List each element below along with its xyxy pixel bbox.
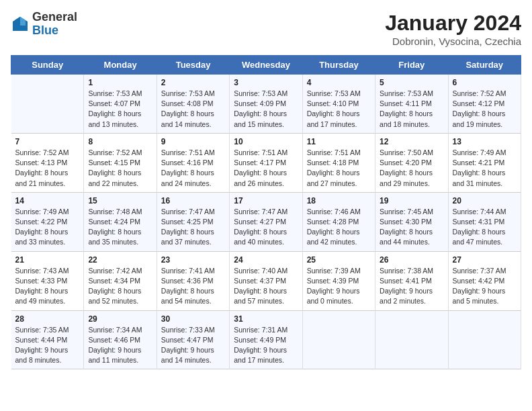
day-info: Sunrise: 7:42 AM Sunset: 4:34 PM Dayligh… bbox=[88, 266, 152, 307]
svg-marker-2 bbox=[15, 17, 20, 26]
day-number: 27 bbox=[453, 255, 517, 265]
calendar-cell: 23Sunrise: 7:41 AM Sunset: 4:36 PM Dayli… bbox=[157, 251, 229, 310]
calendar-cell: 26Sunrise: 7:38 AM Sunset: 4:41 PM Dayli… bbox=[375, 251, 448, 310]
calendar-cell: 21Sunrise: 7:43 AM Sunset: 4:33 PM Dayli… bbox=[11, 251, 84, 310]
calendar-cell: 31Sunrise: 7:31 AM Sunset: 4:49 PM Dayli… bbox=[230, 310, 302, 369]
day-number: 4 bbox=[307, 78, 371, 87]
calendar-cell bbox=[375, 310, 448, 369]
day-info: Sunrise: 7:38 AM Sunset: 4:41 PM Dayligh… bbox=[380, 266, 443, 307]
day-info: Sunrise: 7:52 AM Sunset: 4:15 PM Dayligh… bbox=[88, 148, 152, 189]
day-number: 20 bbox=[453, 196, 517, 205]
day-info: Sunrise: 7:53 AM Sunset: 4:10 PM Dayligh… bbox=[307, 89, 371, 130]
day-info: Sunrise: 7:45 AM Sunset: 4:30 PM Dayligh… bbox=[380, 207, 443, 248]
calendar-cell: 13Sunrise: 7:49 AM Sunset: 4:21 PM Dayli… bbox=[448, 133, 521, 192]
calendar-body: 1Sunrise: 7:53 AM Sunset: 4:07 PM Daylig… bbox=[11, 75, 521, 369]
header-day-sunday: Sunday bbox=[11, 56, 84, 75]
calendar-cell: 19Sunrise: 7:45 AM Sunset: 4:30 PM Dayli… bbox=[375, 192, 448, 251]
day-number: 3 bbox=[234, 78, 298, 87]
header-day-thursday: Thursday bbox=[302, 56, 375, 75]
day-info: Sunrise: 7:33 AM Sunset: 4:47 PM Dayligh… bbox=[161, 325, 225, 366]
day-number: 18 bbox=[307, 196, 371, 205]
day-number: 23 bbox=[161, 255, 225, 265]
day-number: 5 bbox=[380, 78, 443, 87]
page-header: General Blue January 2024 Dobronin, Vyso… bbox=[11, 11, 521, 47]
logo-text: General Blue bbox=[32, 11, 77, 38]
calendar-cell: 20Sunrise: 7:44 AM Sunset: 4:31 PM Dayli… bbox=[448, 192, 521, 251]
calendar-cell: 2Sunrise: 7:53 AM Sunset: 4:08 PM Daylig… bbox=[157, 75, 229, 134]
day-info: Sunrise: 7:41 AM Sunset: 4:36 PM Dayligh… bbox=[161, 266, 225, 307]
calendar-cell: 9Sunrise: 7:51 AM Sunset: 4:16 PM Daylig… bbox=[157, 133, 229, 192]
header-day-saturday: Saturday bbox=[448, 56, 521, 75]
calendar-cell: 3Sunrise: 7:53 AM Sunset: 4:09 PM Daylig… bbox=[230, 75, 302, 134]
day-number: 26 bbox=[380, 255, 443, 265]
day-number: 9 bbox=[161, 137, 225, 146]
day-info: Sunrise: 7:43 AM Sunset: 4:33 PM Dayligh… bbox=[15, 266, 80, 307]
day-info: Sunrise: 7:31 AM Sunset: 4:49 PM Dayligh… bbox=[234, 325, 298, 366]
calendar-cell: 24Sunrise: 7:40 AM Sunset: 4:37 PM Dayli… bbox=[230, 251, 302, 310]
day-number: 16 bbox=[161, 196, 225, 205]
day-number: 12 bbox=[380, 137, 443, 146]
title-block: January 2024 Dobronin, Vysocina, Czechia bbox=[385, 11, 521, 47]
header-day-tuesday: Tuesday bbox=[157, 56, 229, 75]
header-day-friday: Friday bbox=[375, 56, 448, 75]
day-number: 10 bbox=[234, 137, 298, 146]
day-number: 13 bbox=[453, 137, 517, 146]
calendar-cell: 17Sunrise: 7:47 AM Sunset: 4:27 PM Dayli… bbox=[230, 192, 302, 251]
calendar-cell: 8Sunrise: 7:52 AM Sunset: 4:15 PM Daylig… bbox=[84, 133, 157, 192]
calendar-cell: 30Sunrise: 7:33 AM Sunset: 4:47 PM Dayli… bbox=[157, 310, 229, 369]
calendar-cell: 10Sunrise: 7:51 AM Sunset: 4:17 PM Dayli… bbox=[230, 133, 302, 192]
calendar-cell: 14Sunrise: 7:49 AM Sunset: 4:22 PM Dayli… bbox=[11, 192, 84, 251]
day-info: Sunrise: 7:39 AM Sunset: 4:39 PM Dayligh… bbox=[307, 266, 371, 307]
day-number: 1 bbox=[88, 78, 152, 87]
calendar-cell: 4Sunrise: 7:53 AM Sunset: 4:10 PM Daylig… bbox=[302, 75, 375, 134]
calendar-cell: 22Sunrise: 7:42 AM Sunset: 4:34 PM Dayli… bbox=[84, 251, 157, 310]
day-info: Sunrise: 7:49 AM Sunset: 4:21 PM Dayligh… bbox=[453, 148, 517, 189]
logo-blue-text: Blue bbox=[32, 24, 58, 37]
calendar-cell: 27Sunrise: 7:37 AM Sunset: 4:42 PM Dayli… bbox=[448, 251, 521, 310]
month-title: January 2024 bbox=[385, 11, 521, 36]
day-info: Sunrise: 7:51 AM Sunset: 4:18 PM Dayligh… bbox=[307, 148, 371, 189]
calendar-header: SundayMondayTuesdayWednesdayThursdayFrid… bbox=[11, 56, 521, 75]
day-number: 6 bbox=[453, 78, 517, 87]
logo-icon bbox=[11, 15, 30, 34]
day-info: Sunrise: 7:44 AM Sunset: 4:31 PM Dayligh… bbox=[453, 207, 517, 248]
day-number: 11 bbox=[307, 137, 371, 146]
day-number: 19 bbox=[380, 196, 443, 205]
day-info: Sunrise: 7:53 AM Sunset: 4:07 PM Dayligh… bbox=[88, 89, 152, 130]
calendar-cell: 1Sunrise: 7:53 AM Sunset: 4:07 PM Daylig… bbox=[84, 75, 157, 134]
day-info: Sunrise: 7:53 AM Sunset: 4:11 PM Dayligh… bbox=[380, 89, 443, 130]
calendar-cell: 15Sunrise: 7:48 AM Sunset: 4:24 PM Dayli… bbox=[84, 192, 157, 251]
calendar-table: SundayMondayTuesdayWednesdayThursdayFrid… bbox=[11, 55, 521, 369]
calendar-cell: 25Sunrise: 7:39 AM Sunset: 4:39 PM Dayli… bbox=[302, 251, 375, 310]
calendar-cell: 12Sunrise: 7:50 AM Sunset: 4:20 PM Dayli… bbox=[375, 133, 448, 192]
day-info: Sunrise: 7:50 AM Sunset: 4:20 PM Dayligh… bbox=[380, 148, 443, 189]
calendar-week-1: 1Sunrise: 7:53 AM Sunset: 4:07 PM Daylig… bbox=[11, 75, 521, 134]
calendar-week-3: 14Sunrise: 7:49 AM Sunset: 4:22 PM Dayli… bbox=[11, 192, 521, 251]
calendar-cell bbox=[302, 310, 375, 369]
day-info: Sunrise: 7:37 AM Sunset: 4:42 PM Dayligh… bbox=[453, 266, 517, 307]
day-info: Sunrise: 7:52 AM Sunset: 4:12 PM Dayligh… bbox=[453, 89, 517, 130]
day-number: 22 bbox=[88, 255, 152, 265]
header-row: SundayMondayTuesdayWednesdayThursdayFrid… bbox=[11, 56, 521, 75]
logo: General Blue bbox=[11, 11, 77, 38]
day-number: 24 bbox=[234, 255, 298, 265]
calendar-week-5: 28Sunrise: 7:35 AM Sunset: 4:44 PM Dayli… bbox=[11, 310, 521, 369]
logo-general-text: General bbox=[32, 10, 77, 24]
day-number: 15 bbox=[88, 196, 152, 205]
day-info: Sunrise: 7:47 AM Sunset: 4:27 PM Dayligh… bbox=[234, 207, 298, 248]
day-info: Sunrise: 7:53 AM Sunset: 4:09 PM Dayligh… bbox=[234, 89, 298, 130]
calendar-cell bbox=[11, 75, 84, 134]
calendar-cell: 7Sunrise: 7:52 AM Sunset: 4:13 PM Daylig… bbox=[11, 133, 84, 192]
calendar-cell: 28Sunrise: 7:35 AM Sunset: 4:44 PM Dayli… bbox=[11, 310, 84, 369]
calendar-cell: 29Sunrise: 7:34 AM Sunset: 4:46 PM Dayli… bbox=[84, 310, 157, 369]
location-text: Dobronin, Vysocina, Czechia bbox=[385, 36, 521, 47]
day-info: Sunrise: 7:53 AM Sunset: 4:08 PM Dayligh… bbox=[161, 89, 225, 130]
day-number: 30 bbox=[161, 314, 225, 324]
day-info: Sunrise: 7:34 AM Sunset: 4:46 PM Dayligh… bbox=[88, 325, 152, 366]
calendar-cell bbox=[448, 310, 521, 369]
svg-marker-1 bbox=[20, 17, 26, 26]
calendar-cell: 6Sunrise: 7:52 AM Sunset: 4:12 PM Daylig… bbox=[448, 75, 521, 134]
calendar-cell: 11Sunrise: 7:51 AM Sunset: 4:18 PM Dayli… bbox=[302, 133, 375, 192]
day-number: 2 bbox=[161, 78, 225, 87]
day-info: Sunrise: 7:46 AM Sunset: 4:28 PM Dayligh… bbox=[307, 207, 371, 248]
